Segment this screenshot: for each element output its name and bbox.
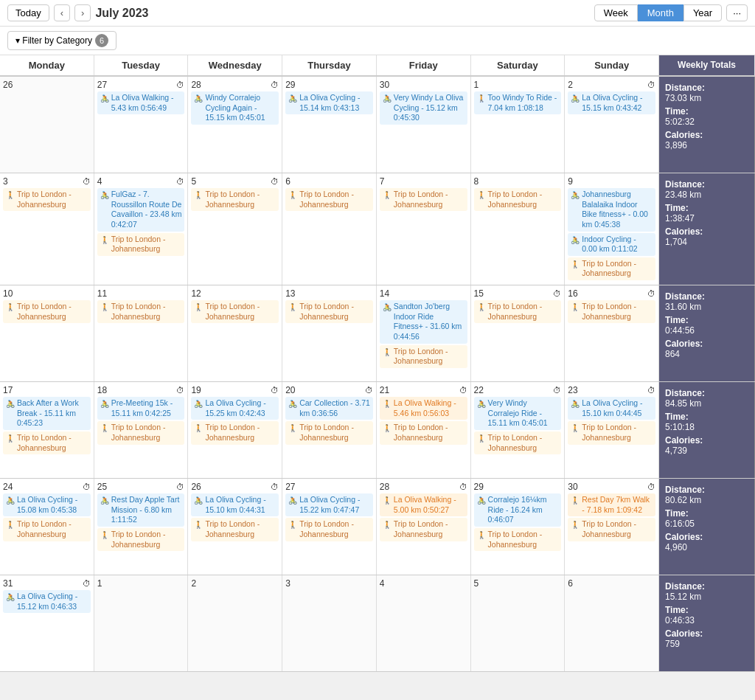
- activity-w3-d1-a0[interactable]: 🚴Pre-Meeting 15k - 15.11 km 0:42:25: [97, 397, 185, 420]
- month-view-button[interactable]: Month: [638, 4, 683, 21]
- day-cell-w4-d0[interactable]: 24⏱🚴La Oliva Cycling - 15.08 km 0:45:38🚶…: [0, 479, 94, 575]
- activity-w4-d6-a0[interactable]: 🚶Rest Day 7km Walk - 7.18 km 1:09:42: [568, 493, 655, 516]
- day-cell-w5-d3[interactable]: 3: [282, 575, 377, 671]
- day-cell-w4-d4[interactable]: 28⏱🚶La Oliva Walking - 5.00 km 0:50:27🚶T…: [377, 479, 471, 575]
- filter-category-button[interactable]: ▾ Filter by Category 6: [7, 31, 116, 50]
- activity-w1-d6-a1[interactable]: 🚴Indoor Cycling - 0.00 km 0:11:02: [568, 233, 655, 256]
- activity-w2-d4-a0[interactable]: 🚴Sandton Jo'berg Indoor Ride Fitness+ - …: [380, 300, 467, 344]
- activity-w0-d6-a0[interactable]: 🚴La Oliva Cycling - 15.15 km 0:43:42: [568, 91, 655, 114]
- day-cell-w2-d5[interactable]: 15⏱🚶Trip to London - Johannesburg: [471, 285, 566, 381]
- activity-w4-d0-a0[interactable]: 🚴La Oliva Cycling - 15.08 km 0:45:38: [3, 493, 91, 516]
- activity-w3-d3-a0[interactable]: 🚴Car Collection - 3.71 km 0:36:56: [285, 397, 373, 420]
- day-cell-w0-d1[interactable]: 27⏱🚴La Oliva Walking - 5.43 km 0:56:49: [94, 77, 189, 173]
- activity-w4-d2-a0[interactable]: 🚴La Oliva Cycling - 15.10 km 0:44:31: [191, 493, 279, 516]
- activity-w4-d3-a0[interactable]: 🚴La Oliva Cycling - 15.22 km 0:47:47: [285, 493, 373, 516]
- day-cell-w3-d5[interactable]: 22⏱🚴Very Windy Corralejo Ride - 15.11 km…: [471, 382, 566, 478]
- activity-w4-d5-a0[interactable]: 🚴Corralejo 16¼km Ride - 16.24 km 0:46:07: [474, 493, 562, 527]
- activity-w2-d2-a0[interactable]: 🚶Trip to London - Johannesburg: [191, 300, 279, 323]
- week-view-button[interactable]: Week: [594, 4, 638, 21]
- day-cell-w3-d0[interactable]: 17🚴Back After a Work Break - 15.11 km 0:…: [0, 382, 94, 478]
- activity-w3-d3-a1[interactable]: 🚶Trip to London - Johannesburg: [285, 421, 373, 444]
- day-cell-w4-d3[interactable]: 27🚴La Oliva Cycling - 15.22 km 0:47:47🚶T…: [282, 479, 377, 575]
- activity-w1-d6-a2[interactable]: 🚶Trip to London - Johannesburg: [568, 257, 655, 280]
- day-cell-w0-d0[interactable]: 26: [0, 77, 94, 173]
- day-cell-w3-d1[interactable]: 18⏱🚴Pre-Meeting 15k - 15.11 km 0:42:25🚶T…: [94, 382, 189, 478]
- day-cell-w0-d5[interactable]: 1🚶Too Windy To Ride - 7.04 km 1:08:18: [471, 77, 566, 173]
- day-cell-w4-d1[interactable]: 25⏱🚴Rest Day Apple Tart Mission - 6.80 k…: [94, 479, 189, 575]
- day-cell-w1-d3[interactable]: 6🚶Trip to London - Johannesburg: [282, 173, 377, 285]
- day-cell-w4-d2[interactable]: 26⏱🚴La Oliva Cycling - 15.10 km 0:44:31🚶…: [188, 479, 282, 575]
- day-cell-w2-d3[interactable]: 13🚶Trip to London - Johannesburg: [282, 285, 377, 381]
- activity-w0-d3-a0[interactable]: 🚴La Oliva Cycling - 15.14 km 0:43:13: [285, 91, 373, 114]
- day-cell-w0-d4[interactable]: 30🚴Very Windy La Oliva Cycling - 15.12 k…: [377, 77, 471, 173]
- day-cell-w3-d6[interactable]: 23⏱🚴La Oliva Cycling - 15.10 km 0:44:45🚶…: [565, 382, 659, 478]
- day-cell-w1-d0[interactable]: 3⏱🚶Trip to London - Johannesburg: [0, 173, 94, 285]
- activity-w4-d3-a1[interactable]: 🚶Trip to London - Johannesburg: [285, 518, 373, 541]
- activity-w1-d0-a0[interactable]: 🚶Trip to London - Johannesburg: [3, 188, 91, 211]
- activity-w3-d5-a0[interactable]: 🚴Very Windy Corralejo Ride - 15.11 km 0:…: [474, 397, 562, 430]
- activity-w5-d0-a0[interactable]: 🚴La Oliva Cycling - 15.12 km 0:46:33: [3, 590, 91, 613]
- day-cell-w1-d2[interactable]: 5⏱🚶Trip to London - Johannesburg: [188, 173, 282, 285]
- activity-w4-d4-a1[interactable]: 🚶Trip to London - Johannesburg: [380, 518, 467, 541]
- day-cell-w3-d4[interactable]: 21⏱🚶La Oliva Walking - 5.46 km 0:56:03🚶T…: [377, 382, 471, 478]
- day-cell-w1-d5[interactable]: 8🚶Trip to London - Johannesburg: [471, 173, 566, 285]
- activity-w3-d4-a1[interactable]: 🚶Trip to London - Johannesburg: [380, 421, 467, 444]
- activity-w4-d0-a1[interactable]: 🚶Trip to London - Johannesburg: [3, 518, 91, 541]
- activity-w1-d2-a0[interactable]: 🚶Trip to London - Johannesburg: [191, 188, 279, 211]
- activity-w1-d6-a0[interactable]: 🚴Johannesburg Balalaika Indoor Bike fitn…: [568, 188, 655, 232]
- day-cell-w3-d3[interactable]: 20⏱🚴Car Collection - 3.71 km 0:36:56🚶Tri…: [282, 382, 377, 478]
- day-cell-w1-d6[interactable]: 9🚴Johannesburg Balalaika Indoor Bike fit…: [565, 173, 659, 285]
- activity-w1-d3-a0[interactable]: 🚶Trip to London - Johannesburg: [285, 188, 373, 211]
- activity-w4-d4-a0[interactable]: 🚶La Oliva Walking - 5.00 km 0:50:27: [380, 493, 467, 516]
- activity-w3-d0-a0[interactable]: 🚴Back After a Work Break - 15.11 km 0:45…: [3, 397, 91, 430]
- activity-w3-d5-a1[interactable]: 🚶Trip to London - Johannesburg: [474, 432, 562, 454]
- activity-w3-d6-a0[interactable]: 🚴La Oliva Cycling - 15.10 km 0:44:45: [568, 397, 655, 420]
- activity-w2-d3-a0[interactable]: 🚶Trip to London - Johannesburg: [285, 300, 373, 323]
- activity-w4-d5-a1[interactable]: 🚶Trip to London - Johannesburg: [474, 528, 562, 551]
- activity-w0-d4-a0[interactable]: 🚴Very Windy La Oliva Cycling - 15.12 km …: [380, 91, 467, 125]
- activity-w3-d1-a1[interactable]: 🚶Trip to London - Johannesburg: [97, 421, 185, 444]
- day-cell-w2-d0[interactable]: 10🚶Trip to London - Johannesburg: [0, 285, 94, 381]
- day-cell-w2-d2[interactable]: 12🚶Trip to London - Johannesburg: [188, 285, 282, 381]
- day-cell-w0-d2[interactable]: 28⏱🚴Windy Corralejo Cycling Again - 15.1…: [188, 77, 282, 173]
- activity-w2-d1-a0[interactable]: 🚶Trip to London - Johannesburg: [97, 300, 185, 323]
- day-cell-w1-d1[interactable]: 4⏱🚴FulGaz - 7. Roussillon Route De Cavai…: [94, 173, 189, 285]
- day-cell-w1-d4[interactable]: 7🚶Trip to London - Johannesburg: [377, 173, 471, 285]
- activity-w3-d2-a0[interactable]: 🚴La Oliva Cycling - 15.25 km 0:42:43: [191, 397, 279, 420]
- day-cell-w3-d2[interactable]: 19⏱🚴La Oliva Cycling - 15.25 km 0:42:43🚶…: [188, 382, 282, 478]
- today-button[interactable]: Today: [7, 4, 49, 21]
- activity-w2-d0-a0[interactable]: 🚶Trip to London - Johannesburg: [3, 300, 91, 323]
- activity-w0-d5-a0[interactable]: 🚶Too Windy To Ride - 7.04 km 1:08:18: [474, 91, 562, 114]
- activity-w1-d5-a0[interactable]: 🚶Trip to London - Johannesburg: [474, 188, 562, 211]
- day-cell-w5-d1[interactable]: 1: [94, 575, 189, 671]
- activity-w0-d2-a0[interactable]: 🚴Windy Corralejo Cycling Again - 15.15 k…: [191, 91, 279, 125]
- day-cell-w5-d4[interactable]: 4: [377, 575, 471, 671]
- activity-w3-d0-a1[interactable]: 🚶Trip to London - Johannesburg: [3, 432, 91, 454]
- year-view-button[interactable]: Year: [683, 4, 722, 21]
- day-cell-w5-d6[interactable]: 6: [565, 575, 659, 671]
- day-cell-w2-d4[interactable]: 14🚴Sandton Jo'berg Indoor Ride Fitness+ …: [377, 285, 471, 381]
- day-cell-w5-d2[interactable]: 2: [188, 575, 282, 671]
- activity-w2-d6-a0[interactable]: 🚶Trip to London - Johannesburg: [568, 300, 655, 323]
- day-cell-w5-d0[interactable]: 31⏱🚴La Oliva Cycling - 15.12 km 0:46:33: [0, 575, 94, 671]
- activity-w4-d2-a1[interactable]: 🚶Trip to London - Johannesburg: [191, 518, 279, 541]
- activity-w1-d1-a0[interactable]: 🚴FulGaz - 7. Roussillon Route De Cavaill…: [97, 188, 185, 232]
- activity-w3-d6-a1[interactable]: 🚶Trip to London - Johannesburg: [568, 421, 655, 444]
- activity-w4-d1-a0[interactable]: 🚴Rest Day Apple Tart Mission - 6.80 km 1…: [97, 493, 185, 527]
- activity-w4-d6-a1[interactable]: 🚶Trip to London - Johannesburg: [568, 518, 655, 541]
- activity-w4-d1-a1[interactable]: 🚶Trip to London - Johannesburg: [97, 528, 185, 551]
- more-button[interactable]: ···: [726, 4, 748, 21]
- day-cell-w4-d6[interactable]: 30⏱🚶Rest Day 7km Walk - 7.18 km 1:09:42🚶…: [565, 479, 659, 575]
- day-cell-w0-d3[interactable]: 29🚴La Oliva Cycling - 15.14 km 0:43:13: [282, 77, 377, 173]
- next-button[interactable]: ›: [74, 4, 91, 21]
- day-cell-w4-d5[interactable]: 29🚴Corralejo 16¼km Ride - 16.24 km 0:46:…: [471, 479, 566, 575]
- activity-w2-d4-a1[interactable]: 🚶Trip to London - Johannesburg: [380, 345, 467, 368]
- day-cell-w2-d1[interactable]: 11🚶Trip to London - Johannesburg: [94, 285, 189, 381]
- day-cell-w0-d6[interactable]: 2⏱🚴La Oliva Cycling - 15.15 km 0:43:42: [565, 77, 659, 173]
- activity-w0-d1-a0[interactable]: 🚴La Oliva Walking - 5.43 km 0:56:49: [97, 91, 185, 114]
- activity-w1-d1-a1[interactable]: 🚶Trip to London - Johannesburg: [97, 233, 185, 256]
- activity-w1-d4-a0[interactable]: 🚶Trip to London - Johannesburg: [380, 188, 467, 211]
- activity-w3-d4-a0[interactable]: 🚶La Oliva Walking - 5.46 km 0:56:03: [380, 397, 467, 420]
- day-cell-w5-d5[interactable]: 5: [471, 575, 566, 671]
- day-cell-w2-d6[interactable]: 16⏱🚶Trip to London - Johannesburg: [565, 285, 659, 381]
